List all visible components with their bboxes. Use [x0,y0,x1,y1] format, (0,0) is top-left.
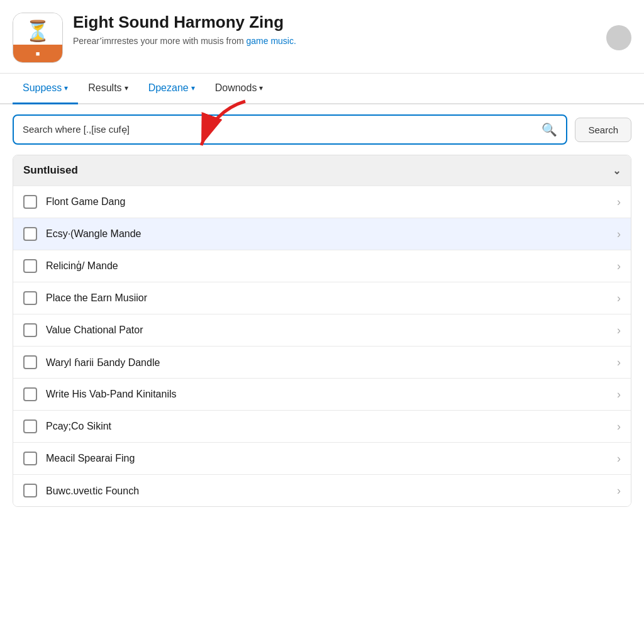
app-subtitle-text: Perearʼimrrestes your more with musis fr… [73,36,244,46]
list-item-chevron-2: › [617,228,621,241]
list-item[interactable]: Meacil Spearai Fing › [13,442,631,474]
tab-results-chevron: ▾ [125,84,128,92]
list-item-text-3: Relicinģ/ Mande [46,260,617,272]
list-item[interactable]: Place the Earn Musiior › [13,282,631,314]
list-item-text-1: Flont Game Dang [46,196,617,208]
list-item-checkbox-8[interactable] [23,419,37,433]
list-item-chevron-6: › [617,356,621,369]
list-item-checkbox-5[interactable] [23,323,37,337]
app-icon: ⏳ ■ [13,13,63,63]
list-item-checkbox-1[interactable] [23,195,37,209]
tab-dpezane[interactable]: Dpezane ▾ [138,74,205,104]
search-button[interactable]: Search [575,118,631,142]
list-item-chevron-7: › [617,388,621,401]
app-subtitle: Perearʼimrrestes your more with musis fr… [73,36,606,46]
list-header-label: Suntluised [23,164,78,177]
tab-suppess[interactable]: Suppess ▾ [13,74,78,104]
list-item-text-4: Place the Earn Musiior [46,292,617,304]
nav-tabs: Suppess ▾ Results ▾ Dpezane ▾ Downods ▾ [0,74,644,104]
list-item-text-6: Waryl ɦarii Ƃandy Dandle [46,357,617,369]
list-item-checkbox-2[interactable] [23,227,37,241]
list-item[interactable]: Relicinģ/ Mande › [13,250,631,282]
list-item-chevron-8: › [617,420,621,433]
tab-downods[interactable]: Downods ▾ [205,74,274,104]
list-item[interactable]: Flont Game Dang › [13,186,631,218]
list-item-text-2: Ecsy·(Wangle Mande [46,228,617,240]
search-magnifier-icon: 🔍 [541,122,557,137]
list-item[interactable]: Value Chational Pator › [13,314,631,346]
list-item[interactable]: Ecsy·(Wangle Mande › [13,218,631,250]
list-item-text-5: Value Chational Pator [46,325,617,336]
tab-dpezane-label: Dpezane [148,82,189,94]
list-item[interactable]: Pcay;Co Sikint › [13,410,631,442]
list-item-chevron-5: › [617,324,621,337]
tab-results-label: Results [88,82,121,94]
list-item-checkbox-6[interactable] [23,355,37,369]
list-item-chevron-4: › [617,292,621,305]
list-item-checkbox-7[interactable] [23,387,37,401]
list-header-chevron-icon[interactable]: ⌄ [613,165,621,177]
list-item-chevron-3: › [617,260,621,273]
list-item-chevron-10: › [617,484,621,497]
list-item-chevron-1: › [617,196,621,209]
tab-suppess-chevron: ▾ [64,84,68,92]
tab-suppess-label: Suppess [23,82,62,94]
search-section: 🔍 Search [0,104,644,155]
list-item-checkbox-3[interactable] [23,259,37,273]
list-item-text-7: Write His Vab-Pand Kinitanils [46,389,617,400]
list-item-checkbox-10[interactable] [23,484,37,497]
hourglass-icon: ⏳ [25,19,50,43]
list-item[interactable]: Buwc.υveɩtic Founch › [13,474,631,506]
list-item-text-8: Pcay;Co Sikint [46,421,617,432]
tab-results[interactable]: Results ▾ [78,74,138,104]
app-header: ⏳ ■ Eight Sound Harmony Zing Perearʼimrr… [0,0,644,74]
app-title: Eight Sound Harmony Zing [73,13,606,32]
tab-downods-label: Downods [215,82,257,94]
list-item[interactable]: Waryl ɦarii Ƃandy Dandle › [13,346,631,378]
search-input-wrapper: 🔍 [13,114,567,145]
list-item-text-9: Meacil Spearai Fing [46,453,617,464]
list-item-checkbox-9[interactable] [23,452,37,465]
header-text: Eight Sound Harmony Zing Perearʼimrreste… [73,13,606,46]
list-header: Suntluised ⌄ [13,155,631,186]
list-item-chevron-9: › [617,452,621,465]
app-subtitle-link[interactable]: game music. [247,36,296,46]
tab-downods-chevron: ▾ [259,84,263,92]
list-item-text-10: Buwc.υveɩtic Founch [46,485,617,497]
tab-dpezane-chevron: ▾ [191,84,195,92]
list-item-checkbox-4[interactable] [23,291,37,305]
search-input[interactable] [23,125,536,135]
list-container: Suntluised ⌄ Flont Game Dang › Ecsy·(Wan… [13,155,631,507]
avatar [606,25,631,50]
app-icon-bottom-bar: ■ [13,45,62,62]
app-icon-label: ■ [36,50,40,57]
list-item[interactable]: Write His Vab-Pand Kinitanils › [13,378,631,410]
